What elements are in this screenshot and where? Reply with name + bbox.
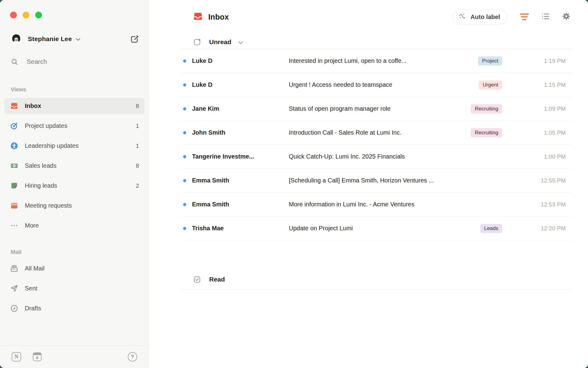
email-sender: Emma Smith [192, 201, 289, 208]
unread-count-badge: 8 [136, 163, 139, 169]
unread-dot [183, 131, 186, 134]
close-window-button[interactable] [10, 12, 17, 18]
email-time: 1:09 PM [532, 105, 566, 112]
email-time: 1:00 PM [532, 153, 566, 160]
unread-dot [183, 179, 186, 182]
page-title: Inbox [208, 13, 229, 21]
email-label-badge: Urgent [479, 80, 502, 90]
unread-count-badge: 1 [136, 143, 139, 149]
read-section-header[interactable]: Read [193, 273, 572, 286]
views-section-label: Views [11, 86, 149, 93]
sidebar-item-label: Leadership updates [25, 142, 79, 149]
person-circle-icon [10, 142, 18, 150]
unread-dot [183, 107, 186, 110]
email-time: 1:15 PM [532, 82, 566, 88]
account-name: Stephanie Lee [28, 35, 72, 43]
calendar-badge-number: 6 [33, 355, 41, 361]
email-time: 12:20 PM [532, 225, 566, 232]
sidebar-item-meeting-requests[interactable]: Meeting requests [4, 197, 145, 214]
unread-section-header[interactable]: Unread [193, 35, 572, 49]
read-section-divider [181, 289, 572, 290]
minimize-window-button[interactable] [23, 12, 29, 18]
magic-wand-icon [458, 13, 466, 21]
search-input[interactable]: Search [11, 56, 140, 67]
unread-count-badge: 2 [136, 182, 139, 189]
email-label-badge: Recruiting [471, 104, 502, 113]
email-row[interactable]: John Smith Introduction Call - Sales Rol… [181, 121, 572, 145]
email-subject: Introduction Call - Sales Role at Lumi I… [289, 129, 471, 136]
notion-calendar-icon[interactable]: 6 [33, 352, 42, 361]
app-window: Stephanie Lee Search Views [0, 0, 588, 368]
sidebar-item-label: Project updates [25, 122, 67, 129]
email-subject: Interested in project Lumi, open to a co… [289, 57, 478, 64]
sidebar-item-label: More [25, 222, 39, 229]
unread-section-title: Unread [209, 38, 231, 46]
unread-square-icon [193, 38, 201, 46]
sidebar-item-project-updates[interactable]: Project updates 1 [4, 118, 145, 134]
email-subject: Quick Catch-Up: Lumi Inc. 2025 Financial… [289, 153, 532, 160]
banknote-icon [10, 162, 18, 170]
unread-dot [183, 227, 186, 230]
filter-icon[interactable] [519, 13, 530, 20]
sidebar-item-label: Inbox [25, 102, 41, 109]
header-actions: Auto label [452, 10, 571, 25]
checkbox-checked-icon [193, 275, 201, 284]
sidebar-item-leadership-updates[interactable]: Leadership updates 1 [4, 138, 145, 154]
sidebar-item-label: Hiring leads [25, 182, 57, 189]
paper-plane-icon [10, 284, 18, 293]
email-subject: [Scheduling a Call] Emma Smith, Horizon … [289, 177, 532, 184]
sidebar-item-all-mail[interactable]: All Mail [4, 260, 145, 277]
sidebar-item-label: All Mail [25, 265, 44, 272]
sidebar-item-label: Drafts [25, 305, 41, 312]
unread-dot [183, 83, 186, 86]
chevron-down-icon [76, 37, 81, 42]
unread-count-badge: 1 [136, 123, 139, 129]
pencil-circle-icon [10, 304, 18, 312]
email-row[interactable]: Trisha Mae Update on Project Lumi Leads … [181, 217, 572, 240]
search-icon [11, 58, 18, 66]
email-row[interactable]: Jane Kim Status of open program manager … [181, 97, 572, 121]
sidebar-item-inbox[interactable]: Inbox 8 [4, 98, 145, 114]
sidebar-item-sales-leads[interactable]: Sales leads 8 [4, 158, 145, 174]
email-subject: Status of open program manager role [289, 105, 471, 112]
email-time: 1:19 PM [532, 58, 566, 64]
account-switcher[interactable]: Stephanie Lee [9, 32, 140, 46]
sidebar-item-more[interactable]: More [4, 217, 145, 234]
email-label-badge: Recruiting [471, 128, 502, 137]
email-row[interactable]: Luke D Interested in project Lumi, open … [181, 49, 572, 73]
email-row[interactable]: Emma Smith More information in Lumi Inc.… [181, 193, 572, 217]
sidebar-item-label: Meeting requests [25, 202, 72, 209]
email-row[interactable]: Tangerine Investme... Quick Catch-Up: Lu… [181, 145, 572, 169]
email-row[interactable]: Emma Smith [Scheduling a Call] Emma Smit… [181, 169, 572, 193]
zoom-window-button[interactable] [35, 12, 42, 18]
avatar [9, 32, 23, 46]
mail-stack-icon [10, 264, 18, 273]
list-view-icon[interactable] [541, 12, 550, 22]
sidebar-item-hiring-leads[interactable]: Hiring leads 2 [4, 178, 145, 194]
email-sender: Luke D [192, 57, 289, 64]
email-time: 1:05 PM [532, 129, 566, 136]
inbox-tray-icon [10, 102, 18, 110]
email-sender: Jane Kim [192, 105, 289, 112]
sidebar-item-sent[interactable]: Sent [4, 280, 145, 297]
auto-label-button[interactable]: Auto label [452, 10, 507, 25]
target-icon [10, 122, 18, 130]
unread-dot [183, 203, 186, 206]
search-placeholder: Search [27, 58, 47, 65]
main-header: Inbox Auto label [149, 0, 588, 25]
help-icon[interactable]: ? [128, 352, 137, 362]
email-sender: John Smith [192, 129, 289, 136]
read-section-title: Read [209, 276, 225, 283]
sidebar-item-drafts[interactable]: Drafts [4, 300, 145, 316]
notion-logo-icon[interactable]: N [12, 352, 21, 362]
sidebar-item-label: Sent [25, 285, 37, 292]
email-subject: More information in Lumi Inc. - Acme Ven… [289, 201, 532, 208]
sidebar-item-label: Sales leads [25, 162, 56, 169]
compose-button[interactable] [129, 34, 140, 44]
email-sender: Luke D [192, 81, 289, 88]
unread-count-badge: 8 [136, 103, 139, 109]
auto-label-button-label: Auto label [470, 13, 500, 21]
settings-gear-icon[interactable] [562, 12, 571, 22]
email-label-badge: Project [478, 56, 502, 66]
email-row[interactable]: Luke D Urgent ! Access needed to teamspa… [181, 73, 572, 97]
